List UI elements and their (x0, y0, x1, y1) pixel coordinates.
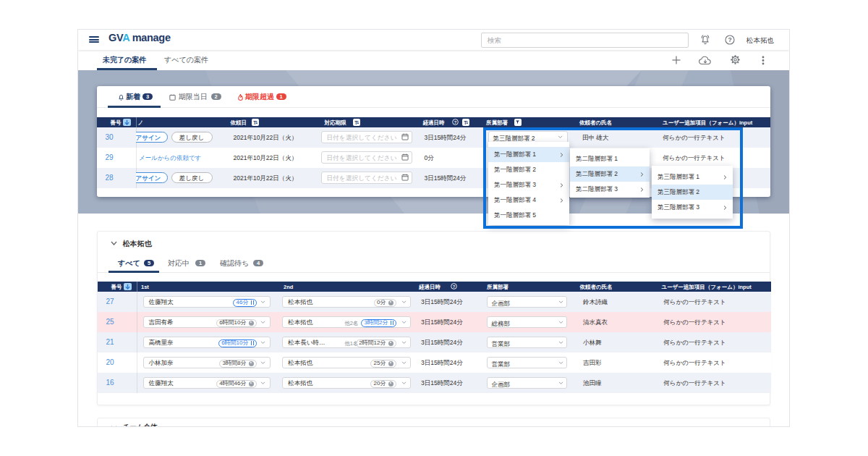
svg-text:T: T (464, 120, 467, 125)
svg-text:?: ? (452, 284, 455, 289)
svg-text:T: T (253, 120, 256, 125)
svg-text:T: T (354, 120, 357, 125)
svg-text:?: ? (454, 120, 456, 124)
svg-text:?: ? (728, 36, 731, 43)
